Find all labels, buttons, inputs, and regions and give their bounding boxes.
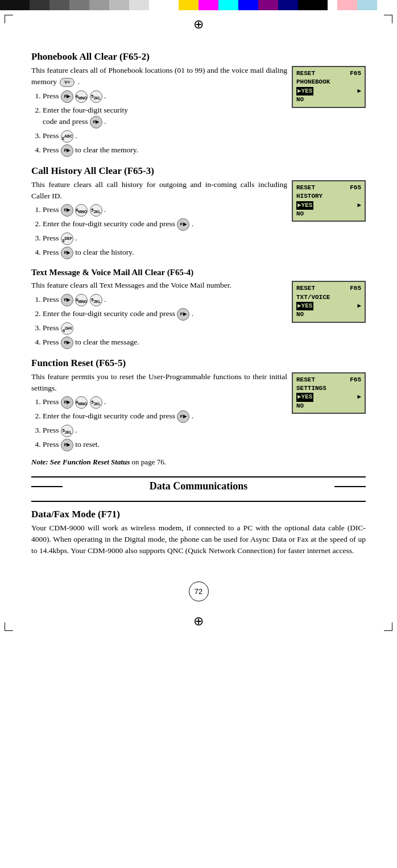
btn-5jkl3: 5JKL [90,294,102,306]
phonebook-step-3: Press 2ABC . [43,130,287,143]
function-reset-steps: Press F▶ 6MNO 5JKL . Enter the four-digi… [43,396,287,451]
page-content: Phonebook All Clear (F65-2) This feature… [0,39,397,576]
phonebook-steps: Press F▶ 6MNO 5JKL . Enter the four-digi… [43,90,287,157]
data-fax-description: Your CDM-9000 will work as wireless mode… [31,522,366,557]
phonebook-screen: RESETF65 PHONEBOOK ▶YES▶ NO [292,66,366,108]
call-history-step-2: Enter the four-digit security code and p… [43,218,287,231]
function-reset-description: This feature permits you to reset the Us… [31,371,287,394]
text-message-title: Text Message & Voice Mail All Clear (F65… [31,268,366,277]
section-divider-2 [31,501,366,502]
text-message-step-3: Press 4GHI [43,322,287,335]
btn-6mno2: 6MNO [75,204,88,217]
data-fax-title: Data/Fax Mode (F71) [31,509,366,520]
btn-4ghi1: 4GHI [61,322,73,335]
top-registration-area: ⊕ [0,10,397,39]
phonebook-step-2: Enter the four-digit securitycode and pr… [43,105,287,128]
btn-f7: F▶ [61,294,73,306]
call-history-description: This feature clears all call history for… [31,179,287,202]
btn-f1: F▶ [61,90,73,103]
btn-f11: F▶ [177,410,189,423]
phonebook-description: This feature clears all of Phonebook loc… [31,65,287,88]
btn-f4: F▶ [61,204,73,217]
btn-5jkl4: 5JKL [90,396,102,409]
bottom-registration-area: ⊕ [0,607,397,636]
page-number: 72 [189,582,209,601]
btn-6mno3: 6MNO [75,294,88,306]
btn-f10: F▶ [61,396,73,409]
phonebook-step-4: Press F▶ to clear the memory. [43,144,287,157]
text-message-step-4: Press F▶ to clear the message. [43,337,287,349]
btn-f9: F▶ [61,337,73,349]
function-reset-step-2: Enter the four-digit security code and p… [43,410,287,423]
corner-mark-tl [5,15,13,23]
text-message-description: This feature clears all Text Messages an… [31,280,287,291]
function-reset-note: Note: See Function Reset Status on page … [31,456,366,468]
btn-3def1: 3DEF [61,232,73,245]
function-reset-title: Function Reset (F65-5) [31,358,366,369]
call-history-step-1: Press F▶ 6MNO 5JKL . [43,204,287,217]
corner-mark-bl [5,622,13,631]
btn-5jkl2: 5JKL [90,204,102,217]
vplus-button-1: V+ [60,78,75,87]
text-message-step-1: Press F▶ 6MNO 5JKL . [43,294,287,306]
text-message-screen: RESETF65 TXT/VOICE ▶YES▶ NO [292,281,366,323]
corner-mark-tr [384,15,392,23]
color-bar [0,0,397,10]
function-reset-step-1: Press F▶ 6MNO 5JKL . [43,396,287,409]
call-history-title: Call History All Clear (F65-3) [31,165,366,177]
btn-6mno4: 6MNO [75,396,88,409]
btn-f12: F▶ [61,439,73,451]
btn-f8: F▶ [177,308,189,321]
btn-6mno1: 6MNO [75,90,88,103]
btn-5jkl1: 5JKL [90,90,102,103]
btn-f3: F▶ [61,144,73,157]
phonebook-step-1: Press F▶ 6MNO 5JKL . [43,90,287,103]
call-history-step-3: Press 3DEF . [43,232,287,245]
phonebook-title: Phonebook All Clear (F65-2) [31,51,366,63]
call-history-screen: RESETF65 HISTORY ▶YES▶ NO [292,180,366,222]
text-message-steps: Press F▶ 6MNO 5JKL . Enter the four-digi… [43,294,287,349]
section-divider [31,476,366,477]
corner-mark-br [384,622,392,631]
btn-f2: F▶ [90,116,102,128]
btn-f6: F▶ [61,247,73,259]
text-message-step-2: Enter the four-digit security code and p… [43,308,287,321]
function-reset-step-3: Press 5JKL . [43,425,287,437]
call-history-step-4: Press F▶ to clear the history. [43,247,287,259]
call-history-steps: Press F▶ 6MNO 5JKL . Enter the four-digi… [43,204,287,259]
function-reset-screen: RESETF65 SETTINGS ▶YES▶ NO [292,372,366,414]
btn-5jkl5: 5JKL [61,425,73,437]
btn-f5: F▶ [177,218,189,231]
function-reset-step-4: Press F▶ to reset. [43,439,287,451]
btn-2abc1: 2ABC [61,130,73,143]
data-communications-header: Data Communications [31,480,366,492]
